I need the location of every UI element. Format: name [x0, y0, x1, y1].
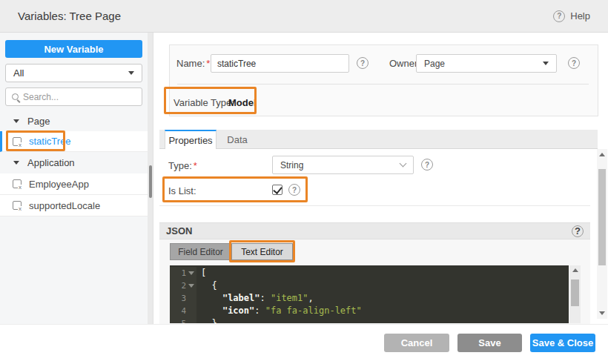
- tree-item-supportedlocale[interactable]: supportedLocale: [0, 195, 148, 216]
- sidebar-scrollbar[interactable]: [148, 33, 153, 324]
- owner-help-icon[interactable]: ?: [568, 57, 580, 69]
- required-marker: *: [206, 58, 210, 69]
- name-label: Name:*: [176, 58, 210, 69]
- variable-type-value: Model: [228, 97, 257, 108]
- editor-scrollbar[interactable]: [569, 265, 581, 323]
- variable-icon: [13, 179, 22, 188]
- cancel-button[interactable]: Cancel: [384, 334, 449, 352]
- dialog-header: Variables: Tree Page ? Help: [0, 0, 608, 33]
- variable-icon: [13, 137, 22, 146]
- is-list-help-icon[interactable]: ?: [288, 184, 300, 196]
- tree-item-label: supportedLocale: [29, 200, 100, 211]
- type-select[interactable]: String: [272, 156, 414, 174]
- sidebar-scrollbar-thumb[interactable]: [149, 165, 152, 198]
- search-box[interactable]: [5, 87, 142, 106]
- tree-item-label: EmployeeApp: [29, 179, 89, 190]
- json-help-icon[interactable]: ?: [572, 225, 584, 237]
- scroll-up-icon[interactable]: [572, 268, 578, 272]
- required-marker: *: [194, 160, 197, 171]
- tree-group-application[interactable]: Application: [0, 152, 148, 173]
- tree-item-label: staticTree: [29, 136, 71, 147]
- new-variable-button[interactable]: New Variable: [5, 40, 142, 58]
- type-label: Type:*: [168, 160, 197, 171]
- caret-down-icon: [543, 62, 549, 65]
- variable-filter-value: All: [13, 67, 24, 79]
- tab-properties[interactable]: Properties: [165, 130, 217, 149]
- help-label: Help: [570, 10, 590, 21]
- caret-down-icon: [128, 71, 134, 75]
- fold-toggle-icon: [188, 271, 194, 275]
- tree-group-page[interactable]: Page: [0, 111, 148, 131]
- tree-group-label: Application: [27, 157, 75, 168]
- panel-scrollbar-thumb[interactable]: [598, 169, 606, 265]
- dialog-footer: Cancel Save Save & Close: [0, 324, 608, 364]
- page-title: Variables: Tree Page: [18, 10, 121, 22]
- owner-value: Page: [424, 59, 445, 69]
- tab-data[interactable]: Data: [217, 130, 258, 149]
- caret-down-icon: [13, 161, 19, 165]
- tree-group-label: Page: [27, 116, 50, 127]
- code-editor[interactable]: 1[2 {3 "label": "item1",4 "icon": "fa fa…: [170, 265, 569, 323]
- help-icon: ?: [553, 10, 565, 22]
- is-list-checkbox[interactable]: [272, 185, 282, 195]
- caret-down-icon: [13, 119, 19, 123]
- fold-toggle-icon: [188, 284, 194, 288]
- detail-tabbar: Properties Data: [159, 130, 598, 149]
- scroll-down-icon[interactable]: [599, 311, 605, 315]
- tree-item-statictree[interactable]: staticTree: [0, 131, 148, 152]
- variable-summary-panel: Name:* ? Owner:* Page ? Variable Type: M…: [169, 44, 598, 116]
- panel-scrollbar[interactable]: [597, 149, 607, 319]
- name-help-icon[interactable]: ?: [357, 57, 369, 69]
- is-list-label: Is List:: [168, 185, 196, 196]
- editor-scrollbar-thumb[interactable]: [571, 279, 579, 306]
- variables-tree: Page staticTree Application EmployeeApp …: [0, 111, 148, 216]
- text-editor-button[interactable]: Text Editor: [231, 243, 293, 260]
- variables-sidebar: New Variable All Page staticTree Applica…: [0, 33, 148, 324]
- variable-filter-select[interactable]: All: [5, 64, 142, 82]
- save-button[interactable]: Save: [457, 334, 522, 352]
- search-input[interactable]: [23, 92, 127, 102]
- divider: [177, 84, 589, 85]
- tree-item-employeeapp[interactable]: EmployeeApp: [0, 173, 148, 195]
- type-help-icon[interactable]: ?: [421, 159, 433, 171]
- code-editor-lines: 1[2 {3 "label": "item1",4 "icon": "fa fa…: [170, 267, 569, 323]
- owner-select[interactable]: Page: [416, 54, 557, 73]
- variable-type-label: Variable Type:: [174, 97, 234, 108]
- divider: [159, 205, 590, 206]
- field-editor-button[interactable]: Field Editor: [170, 243, 231, 260]
- type-value: String: [280, 160, 303, 171]
- json-section-header: JSON ?: [159, 222, 590, 239]
- variable-icon: [13, 201, 22, 210]
- json-section-title: JSON: [166, 225, 192, 236]
- help-button[interactable]: ? Help: [553, 10, 590, 22]
- name-input[interactable]: [211, 54, 349, 73]
- save-and-close-button[interactable]: Save & Close: [530, 334, 595, 352]
- search-icon: [12, 93, 19, 100]
- chevron-down-icon: [400, 160, 407, 168]
- scroll-up-icon[interactable]: [599, 153, 605, 156]
